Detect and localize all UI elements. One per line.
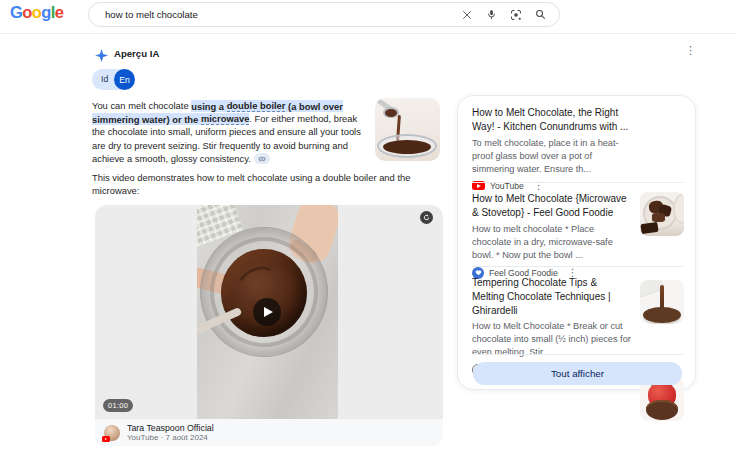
video-intro-text: This video demonstrates how to melt choc… — [92, 171, 432, 197]
thumb-art — [646, 400, 678, 420]
sources-panel: How to Melt Chocolate, the Right Way! - … — [457, 95, 696, 390]
answer-intro: You can melt chocolate — [92, 100, 191, 111]
google-search-results-page: Google Aperçu IA ⋮ Id En You can — [0, 0, 736, 459]
play-button[interactable] — [253, 298, 281, 326]
video-player-card: 01:00 Tara Teaspoon Official YouTube · 7… — [95, 205, 443, 446]
spoon-chocolate-art — [385, 109, 397, 117]
attribution-text: Tara Teaspoon Official YouTube · 7 août … — [127, 423, 214, 443]
clear-icon[interactable] — [461, 9, 473, 21]
search-icon[interactable] — [535, 9, 546, 20]
google-logo[interactable]: Google — [10, 3, 63, 22]
search-input[interactable] — [105, 9, 461, 20]
highlight-text: using a — [191, 100, 226, 111]
chocolate-pool-art — [383, 140, 431, 154]
logo-letter: o — [22, 3, 31, 21]
overview-menu-icon[interactable]: ⋮ — [685, 45, 696, 56]
microphone-icon[interactable] — [486, 9, 497, 20]
channel-avatar — [104, 425, 120, 441]
logo-letter: g — [41, 3, 50, 21]
header-divider — [0, 33, 736, 34]
language-option-en-selected[interactable]: En — [114, 69, 135, 90]
source-title[interactable]: Tempering Chocolate Tips & Melting Choco… — [472, 276, 630, 317]
video-attribution[interactable]: Tara Teaspoon Official YouTube · 7 août … — [95, 419, 443, 446]
video-duration-badge: 01:00 — [103, 399, 133, 412]
lens-camera-icon[interactable] — [510, 9, 522, 21]
double-boiler-link[interactable]: double boiler — [227, 100, 286, 112]
key-moments-icon[interactable] — [420, 211, 433, 224]
divider — [472, 266, 683, 267]
divider — [472, 182, 683, 183]
source-title[interactable]: How to Melt Chocolate, the Right Way! - … — [472, 106, 630, 134]
show-all-button[interactable]: Tout afficher — [473, 362, 682, 385]
logo-letter: G — [10, 3, 22, 21]
language-option-id-label[interactable]: Id — [101, 74, 108, 84]
search-bar-icons — [461, 9, 559, 21]
ai-sparkle-icon — [95, 48, 108, 61]
source-snippet: How to melt chocolate * Place chocolate … — [472, 223, 632, 262]
source-card[interactable]: Tempering Chocolate Tips & Melting Choco… — [472, 276, 684, 420]
microwave-link[interactable]: microwave — [201, 113, 249, 125]
channel-name: Tara Teaspoon Official — [127, 423, 214, 433]
source-snippet: To melt chocolate, place it in a heat-pr… — [472, 137, 632, 176]
language-toggle: Id En — [92, 69, 134, 90]
source-title[interactable]: How to Melt Chocolate {Microwave & Stove… — [472, 192, 630, 220]
search-bar[interactable] — [88, 2, 560, 27]
chocolate-spoon-thumbnail[interactable] — [375, 98, 440, 161]
ai-overview-title: Aperçu IA — [114, 48, 159, 59]
citation-link-icon[interactable] — [254, 153, 270, 164]
logo-letter: o — [32, 3, 41, 21]
divider — [472, 354, 683, 355]
logo-letter: e — [55, 3, 64, 21]
youtube-badge-icon — [102, 436, 110, 442]
ai-answer-paragraph: You can melt chocolate using a double bo… — [92, 99, 370, 165]
video-source-date: YouTube · 7 août 2024 — [127, 433, 214, 443]
play-icon — [264, 307, 273, 317]
